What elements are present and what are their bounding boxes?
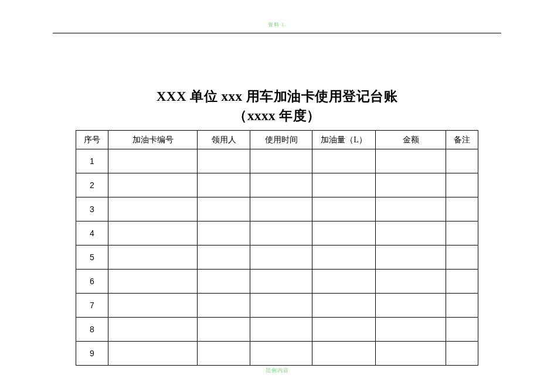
header-rule (53, 33, 501, 33)
cell-note (446, 221, 478, 246)
cell-seq: 6 (76, 270, 108, 294)
title-block: XXX 单位 xxx 用车加油卡使用登记台账 （xxxx 年度） (0, 87, 554, 126)
cell-user (198, 173, 250, 197)
cell-card (108, 318, 198, 342)
cell-time (250, 149, 312, 173)
cell-user (198, 149, 250, 173)
cell-amount (376, 173, 446, 197)
cell-volume (312, 173, 376, 197)
table-row: 6 (76, 270, 478, 294)
cell-user (198, 197, 250, 221)
header-volume: 加油量（L） (312, 131, 376, 149)
cell-volume (312, 149, 376, 173)
cell-user (198, 221, 250, 246)
cell-seq: 1 (76, 149, 108, 173)
cell-note (446, 149, 478, 173)
cell-volume (312, 294, 376, 318)
cell-time (250, 221, 312, 246)
cell-seq: 2 (76, 173, 108, 197)
cell-seq: 8 (76, 318, 108, 342)
cell-note (446, 318, 478, 342)
cell-user (198, 246, 250, 270)
table-row: 9 (76, 342, 478, 366)
page-root: 资料 1. XXX 单位 xxx 用车加油卡使用登记台账 （xxxx 年度） 序… (0, 0, 554, 392)
header-card: 加油卡编号 (108, 131, 198, 149)
header-seq: 序号 (76, 131, 108, 149)
table-row: 3 (76, 197, 478, 221)
cell-time (250, 173, 312, 197)
cell-volume (312, 221, 376, 246)
cell-time (250, 294, 312, 318)
title-line-2: （xxxx 年度） (0, 106, 554, 125)
header-time: 使用时间 (250, 131, 312, 149)
cell-note (446, 342, 478, 366)
cell-amount (376, 149, 446, 173)
cell-note (446, 294, 478, 318)
cell-seq: 7 (76, 294, 108, 318)
table-row: 7 (76, 294, 478, 318)
cell-volume (312, 318, 376, 342)
cell-volume (312, 246, 376, 270)
ledger-table: 序号 加油卡编号 领用人 使用时间 加油量（L） 金额 备注 1 2 (76, 130, 478, 366)
cell-note (446, 246, 478, 270)
cell-card (108, 246, 198, 270)
cell-time (250, 246, 312, 270)
cell-amount (376, 246, 446, 270)
header-watermark: 资料 1. (0, 21, 554, 29)
cell-card (108, 270, 198, 294)
cell-user (198, 294, 250, 318)
cell-user (198, 318, 250, 342)
cell-time (250, 318, 312, 342)
header-amount: 金额 (376, 131, 446, 149)
cell-amount (376, 318, 446, 342)
cell-card (108, 173, 198, 197)
table-row: 1 (76, 149, 478, 173)
cell-time (250, 270, 312, 294)
cell-amount (376, 270, 446, 294)
cell-note (446, 270, 478, 294)
table-row: 8 (76, 318, 478, 342)
cell-amount (376, 294, 446, 318)
cell-note (446, 197, 478, 221)
cell-amount (376, 221, 446, 246)
table-body: 1 2 3 (76, 149, 478, 366)
cell-user (198, 342, 250, 366)
table-row: 2 (76, 173, 478, 197)
cell-card (108, 197, 198, 221)
cell-amount (376, 342, 446, 366)
cell-card (108, 149, 198, 173)
table-row: 4 (76, 221, 478, 246)
cell-time (250, 342, 312, 366)
cell-user (198, 270, 250, 294)
cell-volume (312, 342, 376, 366)
cell-note (446, 173, 478, 197)
cell-card (108, 342, 198, 366)
cell-seq: 9 (76, 342, 108, 366)
cell-card (108, 294, 198, 318)
cell-seq: 4 (76, 221, 108, 246)
cell-volume (312, 197, 376, 221)
title-line-1: XXX 单位 xxx 用车加油卡使用登记台账 (0, 87, 554, 106)
footer-watermark: 范例内容 (0, 367, 554, 374)
header-user: 领用人 (198, 131, 250, 149)
cell-amount (376, 197, 446, 221)
cell-card (108, 221, 198, 246)
cell-time (250, 197, 312, 221)
cell-volume (312, 270, 376, 294)
cell-seq: 3 (76, 197, 108, 221)
header-note: 备注 (446, 131, 478, 149)
cell-seq: 5 (76, 246, 108, 270)
table-row: 5 (76, 246, 478, 270)
table-header-row: 序号 加油卡编号 领用人 使用时间 加油量（L） 金额 备注 (76, 131, 478, 149)
